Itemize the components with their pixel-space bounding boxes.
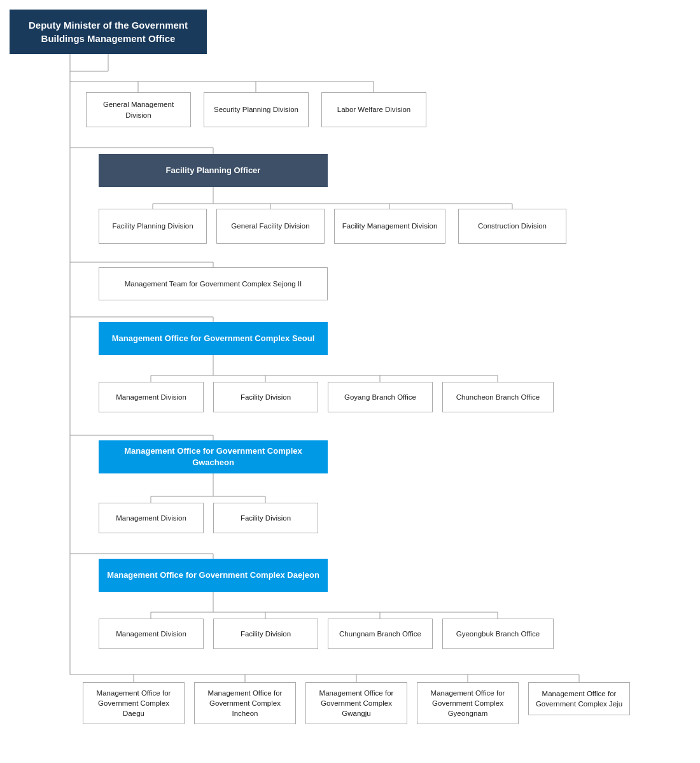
general-management-box: General Management Division bbox=[86, 92, 191, 127]
gyeongbuk-branch-box: Gyeongbuk Branch Office bbox=[442, 619, 554, 649]
office-jeju-box: Management Office for Government Complex… bbox=[528, 682, 630, 715]
general-facility-div-box: General Facility Division bbox=[216, 209, 325, 244]
org-chart: Deputy Minister of the Government Buildi… bbox=[0, 0, 700, 763]
facility-div-gwacheon-box: Facility Division bbox=[213, 503, 318, 533]
facility-planning-officer-box: Facility Planning Officer bbox=[99, 154, 328, 187]
mgmt-div-seoul-box: Management Division bbox=[99, 382, 204, 412]
security-planning-box: Security Planning Division bbox=[204, 92, 309, 127]
office-daegu-box: Management Office for Government Complex… bbox=[83, 682, 185, 724]
office-gwacheon-box: Management Office for Government Complex… bbox=[99, 440, 328, 473]
office-gwangju-box: Management Office for Government Complex… bbox=[305, 682, 407, 724]
mgmt-div-gwacheon-box: Management Division bbox=[99, 503, 204, 533]
office-incheon-box: Management Office for Government Complex… bbox=[194, 682, 296, 724]
office-gyeongnam-box: Management Office for Government Complex… bbox=[417, 682, 519, 724]
goyang-branch-box: Goyang Branch Office bbox=[328, 382, 433, 412]
mgmt-div-daejeon-box: Management Division bbox=[99, 619, 204, 649]
chungnam-branch-box: Chungnam Branch Office bbox=[328, 619, 433, 649]
facility-div-daejeon-box: Facility Division bbox=[213, 619, 318, 649]
office-seoul-box: Management Office for Government Complex… bbox=[99, 322, 328, 355]
management-team-sejong-box: Management Team for Government Complex S… bbox=[99, 267, 328, 300]
labor-welfare-box: Labor Welfare Division bbox=[321, 92, 426, 127]
construction-div-box: Construction Division bbox=[458, 209, 566, 244]
facility-div-seoul-box: Facility Division bbox=[213, 382, 318, 412]
facility-management-div-box: Facility Management Division bbox=[334, 209, 445, 244]
chuncheon-branch-box: Chuncheon Branch Office bbox=[442, 382, 554, 412]
office-daejeon-box: Management Office for Government Complex… bbox=[99, 559, 328, 592]
facility-planning-div-box: Facility Planning Division bbox=[99, 209, 207, 244]
deputy-minister-box: Deputy Minister of the Government Buildi… bbox=[10, 10, 207, 54]
